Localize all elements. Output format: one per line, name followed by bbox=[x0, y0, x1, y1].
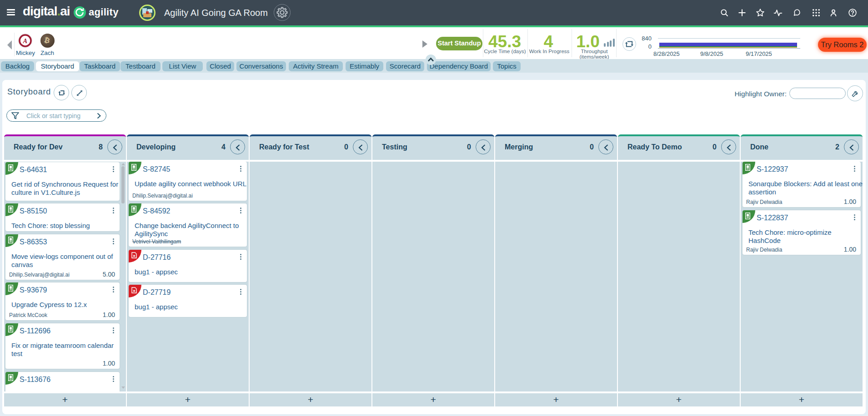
svg-text:A: A bbox=[23, 38, 27, 45]
svg-text:₿: ₿ bbox=[44, 36, 51, 45]
